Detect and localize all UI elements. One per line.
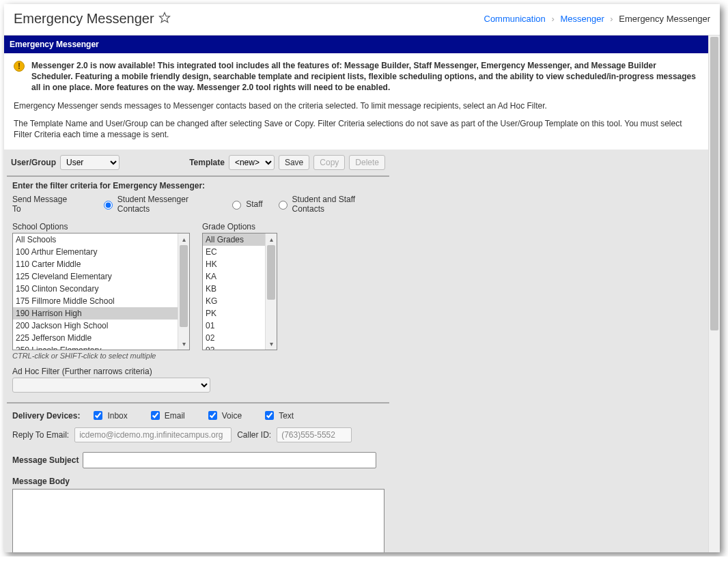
page-scrollbar[interactable] [708, 36, 720, 552]
chevron-right-icon: › [551, 14, 554, 24]
grade-options-label: Grade Options [202, 222, 277, 231]
chevron-right-icon: › [610, 14, 613, 24]
send-to-row: Send Message To Student Messenger Contac… [12, 195, 384, 214]
list-item[interactable]: All Schools [13, 234, 178, 246]
list-item[interactable]: 225 Jefferson Middle [13, 332, 178, 344]
subject-label: Message Subject [12, 455, 79, 465]
checkbox-inbox[interactable] [94, 411, 102, 420]
app-window: Emergency Messenger Communication › Mess… [4, 4, 720, 552]
page-header: Emergency Messenger Communication › Mess… [4, 4, 720, 36]
caller-id-label: Caller ID: [237, 430, 271, 440]
alert-icon: ! [14, 61, 25, 72]
list-item[interactable]: PK [203, 307, 265, 320]
list-item[interactable]: HK [203, 258, 265, 270]
info-paragraph-1: Emergency Messenger sends messages to Me… [14, 100, 699, 111]
body-textarea[interactable] [12, 489, 384, 552]
radio-students[interactable] [104, 201, 113, 210]
scrollbar[interactable]: ▴ ▾ [265, 234, 277, 350]
scrollbar[interactable]: ▴ ▾ [178, 234, 189, 350]
scroll-down-icon[interactable]: ▾ [266, 338, 277, 350]
list-item[interactable]: 200 Jackson High School [13, 320, 178, 332]
radio-staff-label: Staff [246, 199, 262, 209]
checkbox-voice[interactable] [208, 411, 217, 420]
radio-both-label: Student and Staff Contacts [292, 195, 384, 214]
checkbox-voice-label: Voice [222, 411, 242, 421]
list-item[interactable]: KB [203, 283, 265, 295]
filter-heading: Enter the filter criteria for Emergency … [12, 181, 384, 190]
checkbox-email-label: Email [165, 411, 185, 421]
reply-email-input[interactable] [74, 427, 232, 442]
scroll-up-icon[interactable]: ▴ [266, 234, 277, 245]
info-paragraph-2: The Template Name and User/Group can be … [14, 118, 699, 140]
reply-row: Reply To Email: Caller ID: [7, 425, 708, 445]
radio-students-label: Student Messenger Contacts [117, 195, 216, 214]
radio-both[interactable] [279, 201, 288, 210]
school-options-list[interactable]: All Schools100 Arthur Elementary110 Cart… [12, 233, 190, 350]
reply-email-label: Reply To Email: [12, 430, 69, 440]
adhoc-label: Ad Hoc Filter (Further narrows criteria) [12, 367, 384, 376]
list-item[interactable]: 190 Harrison High [13, 307, 178, 320]
info-panel: ! Messenger 2.0 is now available! This i… [4, 53, 708, 150]
send-to-label: Send Message To [12, 195, 74, 214]
template-label: Template [189, 158, 225, 167]
breadcrumb: Communication › Messenger › Emergency Me… [484, 14, 711, 24]
body-label: Message Body [7, 471, 708, 489]
list-item[interactable]: 150 Clinton Secondary [13, 283, 178, 295]
subject-input[interactable] [83, 452, 376, 468]
list-item[interactable]: 100 Arthur Elementary [13, 246, 178, 258]
delivery-row: Delivery Devices: Inbox Email Voice Text [7, 406, 708, 425]
divider [7, 402, 389, 404]
list-item[interactable]: EC [203, 246, 265, 258]
user-group-label: User/Group [11, 158, 56, 167]
delivery-label: Delivery Devices: [12, 411, 80, 421]
breadcrumb-link-messenger[interactable]: Messenger [560, 14, 604, 24]
copy-button[interactable]: Copy [313, 155, 345, 170]
template-toolbar: User/Group User Template <new> Save Copy… [7, 150, 389, 177]
list-item[interactable]: KG [203, 295, 265, 307]
list-item[interactable]: 125 Cleveland Elementary [13, 270, 178, 283]
list-item[interactable]: 01 [203, 320, 265, 332]
svg-marker-0 [159, 13, 169, 23]
list-item[interactable]: 250 Lincoln Elementary [13, 344, 178, 350]
subject-row: Message Subject [7, 445, 708, 471]
list-item[interactable]: All Grades [203, 234, 265, 246]
save-button[interactable]: Save [279, 155, 309, 170]
favorite-star-icon[interactable] [158, 12, 171, 26]
delete-button[interactable]: Delete [349, 155, 385, 170]
user-group-select[interactable]: User [60, 155, 120, 170]
checkbox-text[interactable] [265, 411, 274, 420]
form-area: User/Group User Template <new> Save Copy… [4, 150, 708, 552]
breadcrumb-link-communication[interactable]: Communication [484, 14, 546, 24]
list-item[interactable]: 175 Fillmore Middle School [13, 295, 178, 307]
school-options-label: School Options [12, 222, 190, 231]
list-item[interactable]: 110 Carter Middle [13, 258, 178, 270]
notice-text: Messenger 2.0 is now available! This int… [31, 60, 699, 94]
checkbox-inbox-label: Inbox [107, 411, 127, 421]
grade-options-list[interactable]: All GradesECHKKAKBKGPK010203 ▴ ▾ [202, 233, 277, 350]
panel-heading: Emergency Messenger [4, 36, 708, 53]
caller-id-input[interactable] [277, 427, 352, 442]
scroll-up-icon[interactable]: ▴ [178, 234, 189, 245]
checkbox-email[interactable] [151, 411, 160, 420]
scroll-down-icon[interactable]: ▾ [178, 338, 189, 350]
template-select[interactable]: <new> [229, 155, 275, 170]
multiselect-hint: CTRL-click or SHIFT-click to select mult… [12, 352, 190, 360]
page-title: Emergency Messenger [14, 11, 154, 27]
list-item[interactable]: KA [203, 270, 265, 283]
list-item[interactable]: 03 [203, 344, 265, 350]
list-item[interactable]: 02 [203, 332, 265, 344]
breadcrumb-current: Emergency Messenger [619, 14, 710, 24]
adhoc-select[interactable] [12, 378, 210, 393]
radio-staff[interactable] [232, 201, 241, 210]
checkbox-text-label: Text [279, 411, 294, 421]
content-area: Emergency Messenger ! Messenger 2.0 is n… [4, 36, 708, 552]
